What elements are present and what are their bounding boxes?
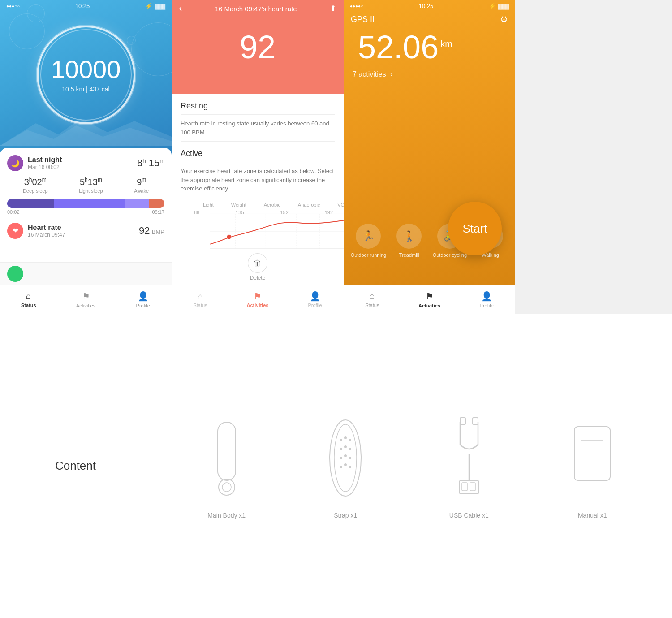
nav-activities-2[interactable]: ⚑ Activities — [229, 291, 286, 308]
content-label-area: Content — [0, 314, 151, 618]
nav-profile-2[interactable]: 👤 Profile — [286, 291, 344, 308]
battery-area-3: ⚡ ▓▓▓ — [489, 3, 509, 9]
trash-icon: 🗑 — [248, 253, 267, 273]
gps-distance: 52.06km — [351, 29, 460, 65]
back-button[interactable]: ‹ — [179, 3, 182, 14]
heart-top: ‹ 16 March 09:47's heart rate ⬆ 92 — [172, 0, 344, 94]
svg-point-9 — [227, 234, 232, 239]
svg-point-22 — [344, 454, 347, 457]
usb-cable-icon — [442, 413, 496, 503]
bottom-nav-1: ⌂ Status ⚑ Activities 👤 Profile — [0, 285, 172, 314]
svg-point-18 — [340, 448, 342, 450]
sleep-bar: 00:02 08:17 — [7, 199, 164, 212]
sleep-title: Last night — [28, 156, 137, 164]
manual-icon — [565, 413, 619, 503]
svg-point-26 — [349, 466, 351, 468]
person-icon-2: 👤 — [310, 291, 321, 302]
person-icon-1: 👤 — [138, 291, 149, 302]
outdoor-running-label: Outdoor running — [351, 252, 387, 258]
outdoor-cycling-label: Outdoor cycling — [433, 252, 467, 258]
strap-label: Strap x1 — [334, 512, 357, 519]
time-3: 10:25 — [419, 3, 434, 9]
bluetooth-icon-1: ⚡ — [145, 3, 152, 9]
content-item-strap: Strap x1 — [319, 413, 372, 519]
treadmill-label: Treadmill — [399, 252, 419, 258]
delete-label: Delete — [250, 275, 266, 281]
svg-point-24 — [340, 466, 342, 468]
heart-rate-section: ❤ Heart rate 16 March 09:47 92 BMP — [7, 217, 164, 239]
svg-point-17 — [349, 439, 351, 441]
nav-status-3[interactable]: ⌂ Status — [344, 291, 401, 308]
nav-status-1[interactable]: ⌂ Status — [0, 291, 57, 308]
time-1: 10:25 — [75, 3, 90, 9]
sleep-duration: 8h 15m — [137, 157, 164, 169]
nav-status-2[interactable]: ⌂ Status — [172, 291, 229, 308]
resting-title: Resting — [181, 94, 335, 115]
home-icon-1: ⌂ — [26, 291, 31, 301]
outdoor-running-icon: 🏃 — [356, 224, 381, 249]
svg-point-16 — [344, 436, 347, 439]
gear-icon[interactable]: ⚙ — [500, 14, 508, 25]
main-body-label: Main Body x1 — [207, 512, 246, 519]
gps-title-bar: GPS II ⚙ — [344, 12, 515, 26]
main-body-icon — [204, 413, 249, 503]
partial-list-item — [0, 262, 172, 285]
svg-point-21 — [340, 457, 342, 459]
activity-treadmill[interactable]: 🚶 Treadmill — [391, 224, 427, 258]
bottom-section: Content Main Body x1 — [0, 314, 672, 618]
active-desc: Your exercise heart rate zone is calcula… — [181, 162, 335, 198]
treadmill-icon: 🚶 — [396, 224, 422, 249]
svg-rect-31 — [473, 418, 478, 424]
svg-point-23 — [349, 457, 351, 459]
battery-icon-1: ▓▓▓ — [155, 4, 165, 9]
nav-profile-1[interactable]: 👤 Profile — [114, 291, 172, 308]
svg-rect-35 — [574, 427, 610, 480]
svg-rect-34 — [470, 483, 475, 491]
share-button[interactable]: ⬆ — [330, 4, 336, 13]
sleep-date: Mar 16 00:02 — [28, 164, 137, 170]
flag-icon-2: ⚑ — [254, 291, 262, 302]
steps-panel: ●●●○○ 10:25 ⚡ ▓▓▓ 10000 10.5 km | 437 ca… — [0, 0, 172, 314]
manual-label: Manual x1 — [578, 512, 607, 519]
sleep-icon: 🌙 — [7, 155, 23, 171]
delete-button[interactable]: 🗑 Delete — [248, 253, 267, 281]
svg-rect-10 — [218, 422, 236, 480]
gps-title: GPS II — [351, 15, 375, 24]
heart-icon: ❤ — [7, 223, 23, 239]
status-bar-1: ●●●○○ 10:25 ⚡ ▓▓▓ — [0, 0, 172, 12]
svg-point-20 — [349, 448, 351, 450]
mountains-svg — [0, 114, 172, 146]
person-icon-3: 👤 — [481, 291, 492, 302]
usb-cable-label: USB Cable x1 — [449, 512, 489, 519]
content-title: Content — [55, 459, 96, 473]
heart-chart-svg — [210, 211, 344, 251]
home-icon-2: ⌂ — [198, 291, 203, 302]
signal-dots-1: ●●●○○ — [6, 4, 20, 9]
active-title: Active — [181, 142, 335, 162]
heart-rate-title: Heart rate — [28, 224, 139, 232]
svg-rect-33 — [462, 483, 467, 491]
bottom-nav-2: ⌂ Status ⚑ Activities 👤 Profile — [172, 285, 344, 314]
steps-number: 10000 — [51, 57, 121, 82]
gps-activities: 7 activities › — [344, 68, 515, 81]
nav-activities-3[interactable]: ⚑ Activities — [401, 291, 458, 308]
content-item-usb: USB Cable x1 — [442, 413, 496, 519]
home-icon-3: ⌂ — [370, 291, 375, 301]
start-button[interactable]: Start — [448, 202, 502, 255]
nav-activities-1[interactable]: ⚑ Activities — [57, 291, 115, 308]
activity-outdoor-running[interactable]: 🏃 Outdoor running — [350, 224, 386, 258]
green-dot — [7, 266, 23, 282]
resting-desc: Hearth rate in resting state usually var… — [181, 115, 335, 141]
bottom-nav-3: ⌂ Status ⚑ Activities 👤 Profile — [344, 285, 515, 314]
flag-icon-3: ⚑ — [426, 291, 434, 302]
svg-point-19 — [344, 445, 347, 448]
steps-ring: 10000 10.5 km | 437 cal — [37, 26, 135, 124]
gps-panel: ●●●●○ 10:25 ⚡ ▓▓▓ GPS II ⚙ 52.06km 7 act… — [344, 0, 515, 314]
heart-big-value: 92 — [240, 31, 276, 63]
svg-rect-30 — [460, 418, 465, 424]
gps-distance-area: 52.06km — [344, 26, 515, 68]
strap-icon — [319, 413, 372, 503]
heart-rate-date: 16 March 09:47 — [28, 232, 139, 238]
bat-icon-3: ▓▓▓ — [498, 4, 509, 9]
nav-profile-3[interactable]: 👤 Profile — [458, 291, 515, 308]
